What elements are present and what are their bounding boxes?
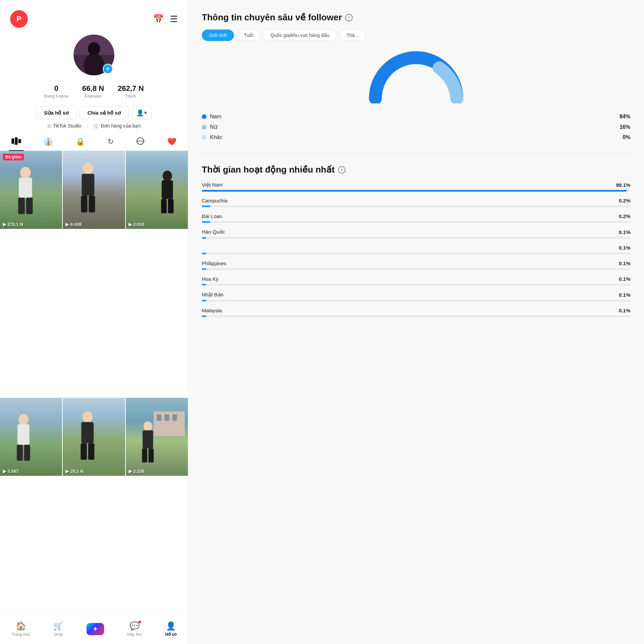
top-bar: P 📅 ☰ xyxy=(0,0,188,31)
inbox-badge xyxy=(138,621,141,623)
svg-point-22 xyxy=(19,414,28,425)
svg-rect-4 xyxy=(12,138,14,144)
bar-fill-0 xyxy=(202,190,627,192)
activity-info-icon[interactable]: i xyxy=(338,166,346,174)
gender-legend: Nam 84% Nữ 16% Khác 0% xyxy=(202,112,630,142)
svg-point-18 xyxy=(163,171,172,181)
country-pct-7: 0.1% xyxy=(619,292,630,298)
country-han-quoc: Hàn Quốc 0.1% xyxy=(202,229,630,239)
country-malaysia: Malaysia 0.1% xyxy=(202,308,630,317)
nav-inbox[interactable]: 💬 Hộp thư xyxy=(127,621,142,637)
country-name-6: Hoa Kỳ xyxy=(202,276,218,282)
stat-followers: 66,8 N Follower xyxy=(82,84,104,99)
bottom-nav: 🏠 Trang chủ 🛒 Shop + 💬 Hộp thư 👤 Hồ sơ xyxy=(0,613,188,644)
svg-rect-27 xyxy=(81,422,94,443)
nav-profile[interactable]: 👤 Hồ sơ xyxy=(165,621,176,637)
left-panel: P 📅 ☰ + 0 xyxy=(0,0,188,644)
calendar-icon[interactable]: 📅 xyxy=(153,14,164,24)
section-divider xyxy=(202,153,630,154)
video-count-3: ▶2.010 xyxy=(129,222,144,227)
follower-title-text: Thông tin chuyên sâu về follower xyxy=(202,12,342,23)
edit-profile-button[interactable]: Sửa hồ sơ xyxy=(36,106,76,119)
country-name-2: Đài Loan xyxy=(202,213,222,219)
filter-tab-gender[interactable]: Giới tính xyxy=(202,30,234,41)
country-pct-1: 0.2% xyxy=(619,198,630,203)
svg-rect-36 xyxy=(142,448,147,462)
legend-female: Nữ 16% xyxy=(202,122,630,132)
tab-mention[interactable] xyxy=(134,136,147,148)
tab-heart[interactable]: ❤️ xyxy=(164,136,179,148)
shop-icon: 🛒 xyxy=(53,621,63,631)
tab-lock[interactable]: 🔒 xyxy=(73,136,87,148)
follower-info-icon[interactable]: i xyxy=(345,14,353,21)
add-friend-button[interactable]: 👤+ xyxy=(132,106,152,120)
video-thumb-1[interactable]: Đã ghim ▶270,1 N xyxy=(0,151,62,229)
bar-track-2 xyxy=(202,221,630,223)
studio-label: TikTok Studio xyxy=(53,123,81,129)
bar-track-8 xyxy=(202,315,630,317)
orders-link[interactable]: 🛒 Đơn hàng của bạn xyxy=(93,123,141,129)
donut-chart-container xyxy=(202,49,630,103)
right-panel: Thông tin chuyên sâu về follower i Giới … xyxy=(188,0,644,644)
filter-tab-other[interactable]: Thà... xyxy=(339,30,366,41)
svg-rect-16 xyxy=(81,196,87,213)
video-count-2: ▶8.438 xyxy=(65,222,81,227)
bar-fill-6 xyxy=(202,284,206,286)
svg-point-14 xyxy=(83,162,93,174)
create-button[interactable]: + xyxy=(86,623,104,635)
country-pct-6: 0.1% xyxy=(619,276,630,282)
followers-count: 66,8 N xyxy=(82,84,104,93)
pinned-badge: Đã ghim xyxy=(3,154,24,160)
video-count-1: ▶270,1 N xyxy=(3,222,23,227)
svg-rect-12 xyxy=(18,197,25,214)
nav-home[interactable]: 🏠 Trang chủ xyxy=(12,621,30,637)
likes-count: 262,7 N xyxy=(118,84,144,93)
action-buttons: Sửa hồ sơ Chia sẻ hồ sơ 👤+ xyxy=(36,106,152,120)
svg-rect-33 xyxy=(172,414,177,421)
svg-rect-17 xyxy=(89,196,95,213)
video-thumb-6[interactable]: ▶2.226 xyxy=(126,398,188,476)
follower-insight-title: Thông tin chuyên sâu về follower i xyxy=(202,12,630,23)
video-thumb-4[interactable]: ▶3.587 xyxy=(0,398,62,476)
legend-male: Nam 84% xyxy=(202,112,630,122)
country-pct-5: 0.1% xyxy=(619,260,630,266)
country-unknown: 0.1% xyxy=(202,245,630,254)
male-dot xyxy=(202,114,207,119)
tab-shop[interactable]: 👔 xyxy=(41,136,56,148)
video-thumb-5[interactable]: ▶25,1 N xyxy=(63,398,125,476)
svg-rect-5 xyxy=(15,137,18,145)
country-name-8: Malaysia xyxy=(202,308,222,313)
svg-rect-11 xyxy=(19,177,32,197)
country-name-7: Nhật Bản xyxy=(202,292,223,298)
bar-track-1 xyxy=(202,206,630,207)
following-count: 0 xyxy=(54,84,58,93)
p-badge[interactable]: P xyxy=(10,10,28,28)
video-thumb-3[interactable]: ▶2.010 xyxy=(126,151,188,229)
male-label: Nam xyxy=(210,114,221,120)
studio-row: ✩ TikTok Studio | 🛒 Đơn hàng của bạn xyxy=(47,123,141,129)
tab-videos[interactable] xyxy=(9,136,24,148)
menu-icon[interactable]: ☰ xyxy=(170,14,178,24)
tab-bar: 👔 🔒 ↻ ❤️ xyxy=(0,134,188,151)
tab-repost[interactable]: ↻ xyxy=(105,136,116,148)
inbox-icon: 💬 xyxy=(130,621,140,631)
activity-title: Thời gian hoạt động nhiều nhất i xyxy=(202,164,630,175)
nav-shop[interactable]: 🛒 Shop xyxy=(53,621,63,637)
tiktok-studio-link[interactable]: ✩ TikTok Studio xyxy=(47,123,81,129)
svg-rect-6 xyxy=(18,139,21,143)
activity-title-text: Thời gian hoạt động nhiều nhất xyxy=(202,164,335,175)
profile-section: + 0 Đang Follow 66,8 N Follower 262,7 N … xyxy=(0,31,188,132)
bar-fill-3 xyxy=(202,237,206,239)
top-bar-icons: 📅 ☰ xyxy=(153,14,178,24)
avatar-add-button[interactable]: + xyxy=(103,64,113,74)
filter-tab-age[interactable]: Tuổi xyxy=(237,30,260,41)
bar-fill-2 xyxy=(202,221,210,223)
country-philippines: Philippines 0.1% xyxy=(202,260,630,270)
share-profile-button[interactable]: Chia sẻ hồ sơ xyxy=(80,106,129,119)
following-label: Đang Follow xyxy=(44,94,69,99)
filter-tab-country[interactable]: Quốc gia/khu vực hàng đầu xyxy=(263,30,336,41)
country-pct-0: 99.1% xyxy=(616,182,630,188)
followers-label: Follower xyxy=(85,94,101,99)
video-thumb-2[interactable]: ▶8.438 xyxy=(63,151,125,229)
nav-create[interactable]: + xyxy=(86,623,104,635)
